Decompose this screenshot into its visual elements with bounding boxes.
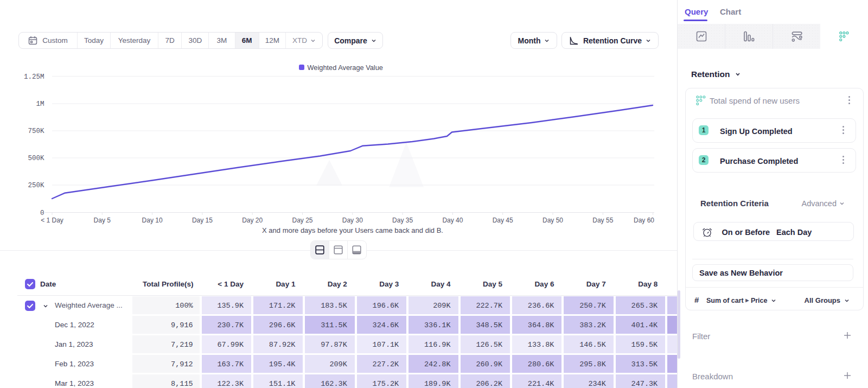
svg-text:Day 40: Day 40: [442, 217, 463, 224]
svg-text:Day 15: Day 15: [192, 217, 213, 224]
svg-text:Day 45: Day 45: [493, 217, 513, 224]
svg-text:0: 0: [40, 209, 44, 217]
svg-text:< 1 Day: < 1 Day: [41, 217, 63, 224]
svg-text:750K: 750K: [28, 128, 44, 135]
svg-text:Day 25: Day 25: [292, 217, 312, 224]
svg-text:250K: 250K: [28, 182, 44, 189]
svg-text:Day 5: Day 5: [94, 217, 111, 224]
svg-text:Day 10: Day 10: [142, 217, 163, 224]
svg-text:500K: 500K: [28, 155, 44, 162]
svg-text:1M: 1M: [36, 100, 44, 108]
svg-text:Day 35: Day 35: [392, 217, 413, 224]
svg-text:Day 60: Day 60: [634, 217, 654, 224]
svg-text:Day 50: Day 50: [542, 217, 563, 224]
svg-text:Day 55: Day 55: [592, 217, 613, 224]
svg-text:Day 30: Day 30: [342, 217, 363, 224]
svg-text:1.25M: 1.25M: [24, 73, 44, 81]
svg-text:X and more days before your Us: X and more days before your Users came b…: [262, 226, 443, 234]
svg-text:Day 20: Day 20: [242, 217, 263, 224]
